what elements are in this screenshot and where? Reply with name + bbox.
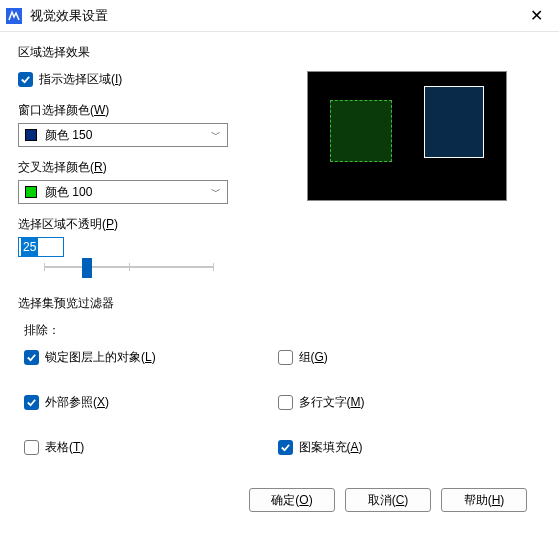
help-button[interactable]: 帮助(H) — [441, 488, 527, 512]
table-row: 表格(T) — [24, 439, 278, 456]
slider-thumb[interactable] — [82, 258, 92, 278]
close-icon[interactable]: ✕ — [522, 2, 551, 29]
opacity-pre: 选择区域不透明( — [18, 217, 106, 231]
preview-window-rect — [424, 86, 484, 158]
window-color-swatch — [25, 129, 37, 141]
group-checkbox[interactable] — [278, 350, 293, 365]
mtext-label: 多行文字(M) — [299, 394, 365, 411]
wcolor-post: ) — [105, 103, 109, 117]
window-color-label: 窗口选择颜色(W) — [18, 102, 263, 119]
region-section: 指示选择区域(I) 窗口选择颜色(W) 颜色 150 ﹀ 交叉选择颜色(R) — [18, 71, 541, 277]
mtext-row: 多行文字(M) — [278, 394, 532, 411]
locked-checkbox[interactable] — [24, 350, 39, 365]
slider-tick — [44, 263, 45, 271]
group-label: 组(G) — [299, 349, 328, 366]
cross-color-row: 交叉选择颜色(R) 颜色 100 ﹀ — [18, 159, 263, 204]
ccolor-key: R — [94, 160, 103, 174]
opacity-row: 选择区域不透明(P) 25 — [18, 216, 263, 277]
hatch-row: 图案填充(A) — [278, 439, 532, 456]
indicate-label-post: ) — [118, 72, 122, 86]
region-preview-col — [273, 71, 541, 277]
opacity-post: ) — [114, 217, 118, 231]
titlebar: 视觉效果设置 ✕ — [0, 0, 559, 32]
section-region-title: 区域选择效果 — [18, 44, 541, 61]
indicate-checkbox[interactable] — [18, 72, 33, 87]
ccolor-pre: 交叉选择颜色( — [18, 160, 94, 174]
selection-preview — [307, 71, 507, 201]
mtext-checkbox[interactable] — [278, 395, 293, 410]
slider-tick — [213, 263, 214, 271]
dialog-content: 区域选择效果 指示选择区域(I) 窗口选择颜色(W) 颜色 150 ﹀ — [0, 32, 559, 522]
chevron-down-icon: ﹀ — [211, 128, 221, 142]
indicate-label: 指示选择区域(I) — [39, 71, 122, 88]
opacity-controls: 25 — [18, 237, 263, 277]
window-color-row: 窗口选择颜色(W) 颜色 150 ﹀ — [18, 102, 263, 147]
opacity-label: 选择区域不透明(P) — [18, 216, 263, 233]
window-color-select[interactable]: 颜色 150 ﹀ — [18, 123, 228, 147]
chevron-down-icon: ﹀ — [211, 185, 221, 199]
locked-label: 锁定图层上的对象(L) — [45, 349, 156, 366]
locked-row: 锁定图层上的对象(L) — [24, 349, 278, 366]
table-label: 表格(T) — [45, 439, 84, 456]
wcolor-key: W — [94, 103, 105, 117]
region-left-col: 指示选择区域(I) 窗口选择颜色(W) 颜色 150 ﹀ 交叉选择颜色(R) — [18, 71, 263, 277]
cross-color-swatch — [25, 186, 37, 198]
exclude-label: 排除： — [24, 322, 541, 339]
table-checkbox[interactable] — [24, 440, 39, 455]
indicate-label-pre: 指示选择区域( — [39, 72, 115, 86]
indicate-row: 指示选择区域(I) — [18, 71, 263, 88]
ccolor-post: ) — [103, 160, 107, 174]
ok-button[interactable]: 确定(O) — [249, 488, 335, 512]
app-icon — [6, 8, 22, 24]
cross-color-select[interactable]: 颜色 100 ﹀ — [18, 180, 228, 204]
xref-label: 外部参照(X) — [45, 394, 109, 411]
group-row: 组(G) — [278, 349, 532, 366]
cross-color-text: 颜色 100 — [45, 184, 211, 201]
slider-tick — [129, 263, 130, 271]
opacity-slider[interactable] — [44, 257, 214, 277]
xref-row: 外部参照(X) — [24, 394, 278, 411]
preview-cross-rect — [330, 100, 392, 162]
hatch-label: 图案填充(A) — [299, 439, 363, 456]
window-title: 视觉效果设置 — [30, 7, 522, 25]
section-filter-title: 选择集预览过滤器 — [18, 295, 541, 312]
filter-grid: 锁定图层上的对象(L) 组(G) 外部参照(X) 多行文字(M) 表格(T) 图… — [18, 349, 541, 470]
button-bar: 确定(O) 取消(C) 帮助(H) — [18, 480, 541, 512]
window-color-text: 颜色 150 — [45, 127, 211, 144]
hatch-checkbox[interactable] — [278, 440, 293, 455]
xref-checkbox[interactable] — [24, 395, 39, 410]
opacity-input[interactable]: 25 — [18, 237, 64, 257]
cancel-button[interactable]: 取消(C) — [345, 488, 431, 512]
cross-color-label: 交叉选择颜色(R) — [18, 159, 263, 176]
opacity-key: P — [106, 217, 114, 231]
wcolor-pre: 窗口选择颜色( — [18, 103, 94, 117]
opacity-value: 25 — [21, 238, 38, 256]
